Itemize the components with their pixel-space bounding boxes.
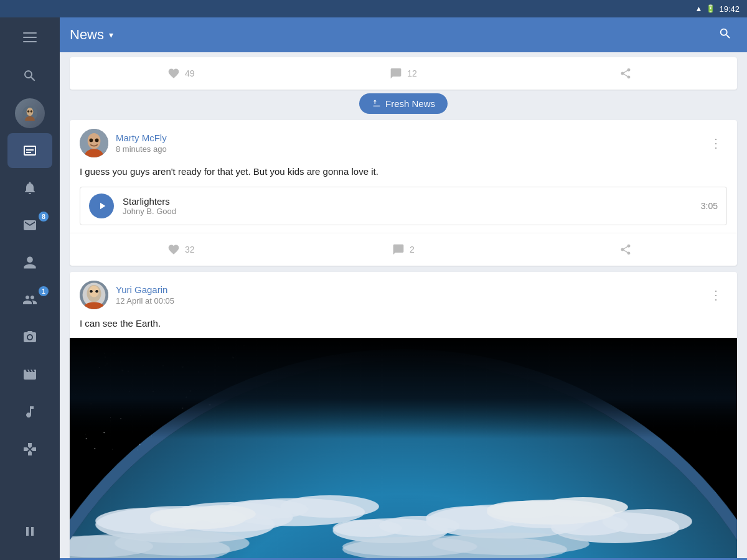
partial-like-action[interactable]: 49 <box>70 62 292 85</box>
sidebar-item-pause[interactable] <box>7 514 52 549</box>
comment-action-marty[interactable]: 2 <box>292 238 514 261</box>
post-more-marty[interactable]: ⋮ <box>705 133 727 153</box>
app-layout: 8 1 <box>0 17 747 560</box>
upload-icon <box>372 99 382 109</box>
sidebar-item-groups[interactable]: 1 <box>7 282 52 317</box>
comment-count-marty: 2 <box>410 245 415 254</box>
svg-point-16 <box>95 289 98 292</box>
svg-point-4 <box>31 110 33 113</box>
sidebar-item-videos[interactable] <box>7 357 52 392</box>
sidebar: 8 1 <box>0 17 60 560</box>
svg-point-3 <box>27 110 30 113</box>
partial-share-action[interactable] <box>515 62 737 85</box>
groups-badge: 1 <box>39 286 49 296</box>
music-info: Starlighters Johny B. Good <box>123 196 692 216</box>
marty-avatar-svg <box>80 129 108 157</box>
earth-canvas <box>70 338 737 558</box>
post-time-yuri: 12 April at 00:05 <box>116 296 705 306</box>
hamburger-line-3 <box>23 41 37 42</box>
play-button[interactable] <box>89 194 114 218</box>
music-title: Starlighters <box>123 196 692 207</box>
messages-badge: 8 <box>39 212 49 222</box>
avatar-yuri <box>80 281 108 309</box>
share-action-marty[interactable] <box>515 238 737 261</box>
post-text-marty: I guess you guys aren't ready for that y… <box>70 162 737 187</box>
header-title-row: News ▾ <box>70 27 113 43</box>
post-meta-marty: Marty McFly 8 minutes ago <box>116 133 705 154</box>
fresh-news-button[interactable]: Fresh News <box>359 93 448 114</box>
header-search-icon <box>718 27 732 40</box>
post-time-marty: 8 minutes ago <box>116 144 705 154</box>
avatar-image <box>15 98 45 128</box>
post-actions-marty: 32 2 <box>70 233 737 266</box>
avatar-yuri-image <box>80 281 108 309</box>
post-image-earth <box>70 338 737 558</box>
post-text-yuri: I can see the Earth. <box>70 314 737 338</box>
sidebar-item-music[interactable] <box>7 394 52 429</box>
play-icon <box>96 200 108 212</box>
post-more-yuri[interactable]: ⋮ <box>705 285 727 305</box>
comment-icon-marty <box>392 243 405 256</box>
user-avatar <box>15 98 45 128</box>
status-icons: ▲ 🔋 19:42 <box>695 4 740 14</box>
partial-comment-count: 12 <box>407 68 417 78</box>
signal-icon: ▲ <box>695 4 703 13</box>
sidebar-item-notifications[interactable] <box>7 170 52 205</box>
dropdown-arrow[interactable]: ▾ <box>109 30 113 40</box>
hamburger-line-1 <box>23 32 37 34</box>
avatar-svg <box>22 106 37 121</box>
news-icon <box>22 143 37 158</box>
partial-comment-action[interactable]: 12 <box>292 62 514 85</box>
sidebar-item-news[interactable] <box>7 133 52 168</box>
post-yuri-gagarin: Yuri Gagarin 12 April at 00:05 ⋮ I can s… <box>70 272 737 559</box>
hamburger-menu[interactable] <box>15 22 45 52</box>
post-header-yuri: Yuri Gagarin 12 April at 00:05 ⋮ <box>70 272 737 314</box>
avatar-marty-image <box>80 129 108 157</box>
yuri-avatar-svg <box>80 281 108 309</box>
partial-top-card: 49 12 <box>70 57 737 90</box>
post-author-marty[interactable]: Marty McFly <box>116 133 705 143</box>
pause-icon <box>22 524 37 539</box>
like-action-marty[interactable]: 32 <box>70 238 292 261</box>
camera-icon <box>22 330 37 345</box>
mail-icon <box>22 218 37 233</box>
svg-point-8 <box>90 139 93 142</box>
content-area: News ▾ 49 12 <box>60 17 747 560</box>
like-count-marty: 32 <box>185 245 195 254</box>
app-header: News ▾ <box>60 17 747 52</box>
sidebar-bottom <box>7 513 52 555</box>
sidebar-item-search[interactable] <box>7 58 52 93</box>
music-duration: 3:05 <box>701 201 718 211</box>
hamburger-line-2 <box>23 37 37 38</box>
sidebar-item-messages[interactable]: 8 <box>7 208 52 243</box>
comment-icon <box>390 67 402 80</box>
heart-icon <box>167 67 180 80</box>
battery-icon: 🔋 <box>706 4 715 13</box>
status-time: 19:42 <box>719 4 740 14</box>
sidebar-item-friends[interactable] <box>7 245 52 280</box>
share-icon <box>619 67 632 80</box>
svg-point-9 <box>95 139 99 142</box>
film-icon <box>22 367 37 382</box>
fresh-news-bar: Fresh News <box>70 91 737 120</box>
post-header-marty: Marty McFly 8 minutes ago ⋮ <box>70 120 737 162</box>
fresh-news-label: Fresh News <box>385 98 435 109</box>
status-bar: ▲ 🔋 19:42 <box>0 0 747 17</box>
music-player: Starlighters Johny B. Good 3:05 <box>80 187 727 225</box>
sidebar-item-photos[interactable] <box>7 320 52 355</box>
music-icon <box>22 404 37 419</box>
header-title: News <box>70 27 104 43</box>
music-artist: Johny B. Good <box>123 207 692 216</box>
post-meta-yuri: Yuri Gagarin 12 April at 00:05 <box>116 284 705 306</box>
avatar-marty <box>80 129 108 157</box>
heart-icon-marty <box>167 243 180 256</box>
post-author-yuri[interactable]: Yuri Gagarin <box>116 284 705 295</box>
search-icon <box>22 68 37 83</box>
group-icon <box>22 292 37 307</box>
bell-icon <box>22 180 37 195</box>
news-feed: 49 12 Fresh News <box>60 52 747 558</box>
header-search-button[interactable] <box>713 22 737 48</box>
sidebar-item-games[interactable] <box>7 432 52 467</box>
svg-point-15 <box>90 289 93 292</box>
sidebar-item-profile[interactable] <box>7 96 52 131</box>
